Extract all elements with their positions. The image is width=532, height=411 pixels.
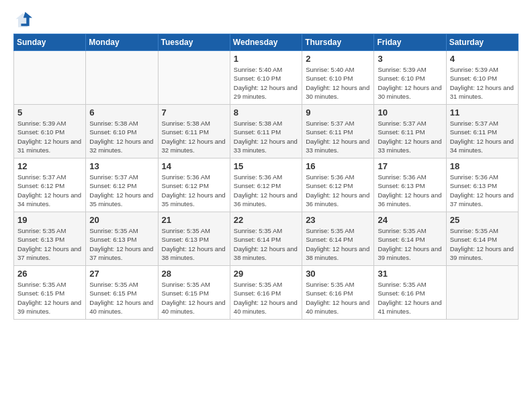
calendar-week-row: 26Sunrise: 5:35 AM Sunset: 6:15 PM Dayli…	[14, 266, 519, 320]
day-info: Sunrise: 5:36 AM Sunset: 6:13 PM Dayligh…	[450, 173, 515, 208]
calendar-cell	[158, 51, 230, 105]
day-number: 25	[450, 215, 515, 225]
calendar-cell: 27Sunrise: 5:35 AM Sunset: 6:15 PM Dayli…	[86, 266, 158, 320]
calendar-cell: 8Sunrise: 5:38 AM Sunset: 6:11 PM Daylig…	[230, 105, 302, 158]
day-info: Sunrise: 5:39 AM Sunset: 6:10 PM Dayligh…	[450, 65, 515, 101]
calendar-cell: 26Sunrise: 5:35 AM Sunset: 6:15 PM Dayli…	[14, 266, 86, 320]
day-info: Sunrise: 5:35 AM Sunset: 6:15 PM Dayligh…	[162, 280, 226, 316]
calendar-cell: 6Sunrise: 5:38 AM Sunset: 6:10 PM Daylig…	[86, 105, 158, 158]
calendar-cell: 14Sunrise: 5:36 AM Sunset: 6:12 PM Dayli…	[158, 158, 230, 212]
calendar-cell: 29Sunrise: 5:35 AM Sunset: 6:16 PM Dayli…	[230, 266, 302, 320]
day-info: Sunrise: 5:35 AM Sunset: 6:14 PM Dayligh…	[306, 226, 370, 262]
day-info: Sunrise: 5:35 AM Sunset: 6:15 PM Dayligh…	[89, 280, 154, 316]
day-number: 9	[306, 107, 370, 118]
calendar-cell	[86, 51, 158, 105]
day-info: Sunrise: 5:36 AM Sunset: 6:12 PM Dayligh…	[234, 173, 298, 208]
day-number: 26	[17, 269, 82, 279]
day-number: 11	[450, 107, 515, 118]
day-number: 21	[162, 215, 226, 225]
calendar-cell: 28Sunrise: 5:35 AM Sunset: 6:15 PM Dayli…	[158, 266, 230, 320]
calendar-cell: 5Sunrise: 5:39 AM Sunset: 6:10 PM Daylig…	[14, 105, 86, 158]
day-info: Sunrise: 5:38 AM Sunset: 6:10 PM Dayligh…	[89, 119, 154, 154]
day-info: Sunrise: 5:35 AM Sunset: 6:15 PM Dayligh…	[17, 280, 82, 316]
day-info: Sunrise: 5:36 AM Sunset: 6:13 PM Dayligh…	[378, 173, 442, 208]
calendar-cell: 16Sunrise: 5:36 AM Sunset: 6:12 PM Dayli…	[302, 158, 374, 212]
calendar-cell: 31Sunrise: 5:35 AM Sunset: 6:16 PM Dayli…	[374, 266, 446, 320]
calendar-cell: 22Sunrise: 5:35 AM Sunset: 6:14 PM Dayli…	[230, 212, 302, 266]
day-number: 20	[89, 215, 154, 225]
logo	[13, 11, 35, 30]
calendar-cell: 19Sunrise: 5:35 AM Sunset: 6:13 PM Dayli…	[14, 212, 86, 266]
day-number: 7	[162, 107, 226, 118]
calendar-cell: 20Sunrise: 5:35 AM Sunset: 6:13 PM Dayli…	[86, 212, 158, 266]
day-number: 5	[17, 107, 82, 118]
calendar-cell: 2Sunrise: 5:40 AM Sunset: 6:10 PM Daylig…	[302, 51, 374, 105]
calendar-week-row: 19Sunrise: 5:35 AM Sunset: 6:13 PM Dayli…	[14, 212, 519, 266]
day-number: 28	[162, 269, 226, 279]
day-info: Sunrise: 5:37 AM Sunset: 6:11 PM Dayligh…	[450, 119, 515, 154]
day-number: 24	[378, 215, 442, 225]
calendar-cell	[446, 266, 518, 320]
weekday-header-thursday: Thursday	[302, 34, 374, 51]
day-number: 8	[234, 107, 298, 118]
day-number: 29	[234, 269, 298, 279]
day-number: 1	[234, 54, 298, 64]
weekday-header-saturday: Saturday	[446, 34, 518, 51]
day-number: 6	[89, 107, 154, 118]
day-info: Sunrise: 5:36 AM Sunset: 6:12 PM Dayligh…	[306, 173, 370, 208]
day-number: 27	[89, 269, 154, 279]
day-number: 14	[162, 161, 226, 171]
calendar-cell: 9Sunrise: 5:37 AM Sunset: 6:11 PM Daylig…	[302, 105, 374, 158]
weekday-header-friday: Friday	[374, 34, 446, 51]
day-number: 17	[378, 161, 442, 171]
day-info: Sunrise: 5:35 AM Sunset: 6:13 PM Dayligh…	[89, 226, 154, 262]
calendar-cell: 21Sunrise: 5:35 AM Sunset: 6:13 PM Dayli…	[158, 212, 230, 266]
day-info: Sunrise: 5:35 AM Sunset: 6:14 PM Dayligh…	[450, 226, 515, 262]
day-number: 16	[306, 161, 370, 171]
day-number: 12	[17, 161, 82, 171]
calendar-cell: 12Sunrise: 5:37 AM Sunset: 6:12 PM Dayli…	[14, 158, 86, 212]
day-info: Sunrise: 5:35 AM Sunset: 6:16 PM Dayligh…	[234, 280, 298, 316]
day-info: Sunrise: 5:38 AM Sunset: 6:11 PM Dayligh…	[162, 119, 226, 154]
day-info: Sunrise: 5:35 AM Sunset: 6:16 PM Dayligh…	[378, 280, 442, 316]
calendar-week-row: 5Sunrise: 5:39 AM Sunset: 6:10 PM Daylig…	[14, 105, 519, 158]
day-number: 23	[306, 215, 370, 225]
calendar-cell: 15Sunrise: 5:36 AM Sunset: 6:12 PM Dayli…	[230, 158, 302, 212]
day-info: Sunrise: 5:35 AM Sunset: 6:14 PM Dayligh…	[234, 226, 298, 262]
weekday-header-sunday: Sunday	[14, 34, 86, 51]
weekday-header-wednesday: Wednesday	[230, 34, 302, 51]
day-info: Sunrise: 5:39 AM Sunset: 6:10 PM Dayligh…	[378, 65, 442, 101]
day-info: Sunrise: 5:38 AM Sunset: 6:11 PM Dayligh…	[234, 119, 298, 154]
day-number: 4	[450, 54, 515, 64]
day-number: 18	[450, 161, 515, 171]
header	[13, 11, 519, 30]
calendar-cell: 25Sunrise: 5:35 AM Sunset: 6:14 PM Dayli…	[446, 212, 518, 266]
day-number: 19	[17, 215, 82, 225]
day-number: 2	[306, 54, 370, 64]
calendar-cell: 1Sunrise: 5:40 AM Sunset: 6:10 PM Daylig…	[230, 51, 302, 105]
day-info: Sunrise: 5:40 AM Sunset: 6:10 PM Dayligh…	[234, 65, 298, 101]
day-info: Sunrise: 5:36 AM Sunset: 6:12 PM Dayligh…	[162, 173, 226, 208]
calendar-cell: 23Sunrise: 5:35 AM Sunset: 6:14 PM Dayli…	[302, 212, 374, 266]
day-info: Sunrise: 5:35 AM Sunset: 6:13 PM Dayligh…	[162, 226, 226, 262]
calendar-cell: 11Sunrise: 5:37 AM Sunset: 6:11 PM Dayli…	[446, 105, 518, 158]
weekday-header-monday: Monday	[86, 34, 158, 51]
calendar-cell: 7Sunrise: 5:38 AM Sunset: 6:11 PM Daylig…	[158, 105, 230, 158]
logo-icon	[13, 11, 32, 30]
day-number: 30	[306, 269, 370, 279]
day-number: 13	[89, 161, 154, 171]
calendar-cell: 10Sunrise: 5:37 AM Sunset: 6:11 PM Dayli…	[374, 105, 446, 158]
calendar-week-row: 1Sunrise: 5:40 AM Sunset: 6:10 PM Daylig…	[14, 51, 519, 105]
day-info: Sunrise: 5:35 AM Sunset: 6:13 PM Dayligh…	[17, 226, 82, 262]
day-number: 10	[378, 107, 442, 118]
day-number: 22	[234, 215, 298, 225]
calendar-cell	[14, 51, 86, 105]
day-info: Sunrise: 5:40 AM Sunset: 6:10 PM Dayligh…	[306, 65, 370, 101]
calendar-cell: 18Sunrise: 5:36 AM Sunset: 6:13 PM Dayli…	[446, 158, 518, 212]
weekday-header-row: SundayMondayTuesdayWednesdayThursdayFrid…	[14, 34, 519, 51]
day-info: Sunrise: 5:37 AM Sunset: 6:11 PM Dayligh…	[306, 119, 370, 154]
calendar-cell: 13Sunrise: 5:37 AM Sunset: 6:12 PM Dayli…	[86, 158, 158, 212]
day-info: Sunrise: 5:35 AM Sunset: 6:16 PM Dayligh…	[306, 280, 370, 316]
day-number: 31	[378, 269, 442, 279]
calendar-cell: 30Sunrise: 5:35 AM Sunset: 6:16 PM Dayli…	[302, 266, 374, 320]
